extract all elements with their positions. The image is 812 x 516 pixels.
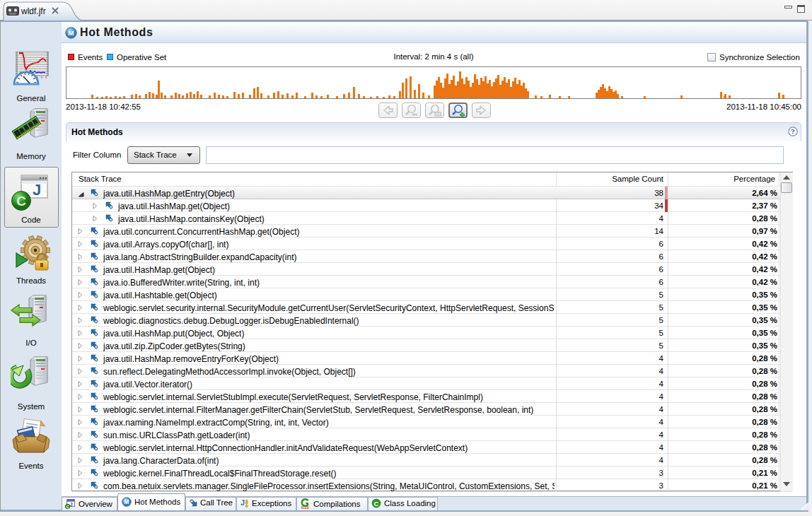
svg-text:C: C xyxy=(374,500,379,508)
svg-text:C: C xyxy=(66,505,69,509)
svg-text:C: C xyxy=(16,194,26,209)
svg-text:M: M xyxy=(68,29,74,37)
svg-text:M: M xyxy=(124,499,129,505)
svg-text:J: J xyxy=(33,181,41,199)
svg-text:?: ? xyxy=(791,127,795,135)
svg-text:J: J xyxy=(240,498,245,507)
svg-text:010: 010 xyxy=(301,505,309,509)
